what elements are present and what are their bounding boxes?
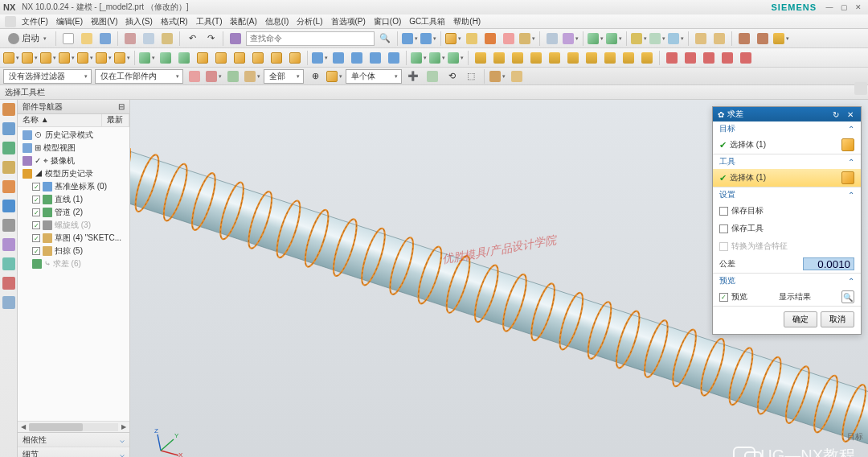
edges-icon[interactable]	[519, 31, 535, 47]
t2-12[interactable]	[213, 50, 229, 66]
layer-icon[interactable]	[563, 31, 579, 47]
nav-tab-history[interactable]	[2, 219, 15, 232]
t2-34[interactable]	[639, 50, 655, 66]
nav-tab-sys[interactable]	[2, 257, 15, 270]
hole-icon[interactable]	[631, 31, 647, 47]
t2-39[interactable]	[738, 50, 754, 66]
close-icon[interactable]: ✕	[852, 2, 865, 13]
extrude-icon[interactable]	[606, 31, 622, 47]
line-icon[interactable]	[693, 31, 709, 47]
t2-27[interactable]	[510, 50, 526, 66]
t2-29[interactable]	[547, 50, 563, 66]
tree-item[interactable]: ✓基准坐标系 (0)	[18, 180, 129, 193]
t2-13[interactable]	[231, 50, 248, 66]
checkbox[interactable]	[719, 207, 728, 216]
sel-ic-6[interactable]	[326, 68, 342, 84]
t2-38[interactable]	[719, 50, 735, 66]
start-button[interactable]: 启动	[3, 31, 51, 47]
t2-18[interactable]	[330, 50, 346, 66]
right-bar-icon[interactable]	[854, 82, 867, 95]
undo-icon[interactable]: ↶	[184, 31, 200, 47]
nav-tab-vis[interactable]	[2, 296, 15, 309]
tree-item[interactable]: ✓螺旋线 (3)	[18, 219, 129, 232]
nav-tab-assy[interactable]	[2, 122, 15, 135]
command-search[interactable]	[246, 31, 375, 46]
tolerance-input[interactable]	[803, 257, 854, 270]
view-style-1[interactable]	[402, 31, 418, 47]
tree-item[interactable]: ⏲ 历史记录模式	[18, 129, 129, 142]
block-icon[interactable]	[588, 31, 604, 47]
t2-28[interactable]	[528, 50, 544, 66]
section-target[interactable]: 目标⌃	[713, 121, 861, 136]
nav-tab-constraint[interactable]	[2, 142, 15, 154]
menu-info[interactable]: 信息(I)	[263, 16, 291, 27]
constrain-icon[interactable]	[755, 31, 771, 47]
sel-ic-2[interactable]	[206, 68, 222, 84]
pattern-icon[interactable]	[649, 31, 665, 47]
t2-3[interactable]	[40, 50, 56, 66]
nav-tree[interactable]: ⏲ 历史记录模式⊞ 模型视图✓ ⌖ 摄像机◢ 模型历史记录✓基准坐标系 (0)✓…	[18, 127, 129, 421]
save-icon[interactable]	[97, 31, 113, 47]
nav-foot-detail[interactable]: 细节⌵	[18, 447, 129, 457]
menu-format[interactable]: 格式(R)	[158, 16, 190, 27]
tool-body-row[interactable]: ✔ 选择体 (1)	[713, 169, 861, 187]
section-tool[interactable]: 工具⌃	[713, 154, 861, 169]
fit-icon[interactable]	[544, 31, 560, 47]
menu-edit[interactable]: 编辑(E)	[54, 16, 85, 27]
tree-checkbox[interactable]: ✓	[32, 196, 40, 204]
scroll-left-icon[interactable]: ◀	[18, 423, 29, 430]
scroll-right-icon[interactable]: ▶	[118, 423, 129, 430]
target-body-row[interactable]: ✔ 选择体 (1)	[713, 136, 861, 154]
touch-icon[interactable]	[227, 31, 244, 47]
t2-6[interactable]	[96, 50, 112, 66]
t2-36[interactable]	[682, 50, 698, 66]
tree-item[interactable]: ✓ ⌖ 摄像机	[18, 154, 129, 167]
nav-tab-html[interactable]	[2, 180, 15, 193]
view-style-2[interactable]	[420, 31, 436, 47]
menu-prefs[interactable]: 首选项(P)	[329, 16, 368, 27]
nav-tab-ie[interactable]	[2, 200, 15, 212]
maximize-icon[interactable]: ▢	[837, 2, 850, 13]
keep-tool-row[interactable]: 保存工具	[713, 220, 861, 237]
tree-checkbox[interactable]: ✓	[32, 234, 40, 242]
t2-15[interactable]	[268, 50, 285, 66]
nav-foot-dep[interactable]: 相依性⌵	[18, 433, 129, 447]
section-preview[interactable]: 预览⌃	[713, 274, 861, 288]
t2-25[interactable]	[473, 50, 489, 66]
keep-target-row[interactable]: 保存目标	[713, 202, 861, 220]
t2-24[interactable]	[448, 50, 464, 66]
tree-item[interactable]: ◢ 模型历史记录	[18, 167, 129, 180]
magnifier-icon[interactable]: 🔍	[841, 290, 854, 303]
sel-ic-5[interactable]: ⊕	[307, 68, 323, 84]
t2-14[interactable]	[250, 50, 266, 66]
menu-gctools[interactable]: GC工具箱	[407, 16, 448, 27]
menu-view[interactable]: 视图(V)	[88, 16, 120, 27]
t2-20[interactable]	[367, 50, 383, 66]
t2-9[interactable]	[158, 50, 174, 66]
menu-insert[interactable]: 插入(S)	[123, 16, 154, 27]
nav-tab-roles[interactable]	[2, 238, 15, 251]
checkbox[interactable]	[719, 224, 728, 233]
t2-23[interactable]	[429, 50, 445, 66]
sel-ic-10[interactable]: ⬚	[463, 68, 479, 84]
sel-ic-1[interactable]	[186, 68, 203, 84]
cube-icon[interactable]	[841, 138, 854, 151]
viewport-3d[interactable]: 优胜模具/产品设计学院 目标 UG—NX教程 X Z Y ✿ 求差 ↻ ✕ 目标…	[130, 100, 868, 457]
col-name[interactable]: 名称 ▲	[18, 114, 102, 126]
t2-26[interactable]	[491, 50, 507, 66]
t2-5[interactable]	[77, 50, 93, 66]
minimize-icon[interactable]: —	[823, 2, 836, 13]
sel-ic-7[interactable]: ➕	[405, 68, 421, 84]
open-icon[interactable]	[79, 31, 95, 47]
filter-scope-combo[interactable]: 仅在工作部件内	[95, 69, 183, 84]
tree-item[interactable]: ⤷ 求差 (6)	[18, 257, 129, 270]
search-go-icon[interactable]: 🔍	[377, 31, 393, 47]
section-settings[interactable]: 设置⌃	[713, 187, 861, 202]
menu-file[interactable]: 文件(F)	[19, 16, 51, 27]
t2-10[interactable]	[176, 50, 192, 66]
tree-item[interactable]: ✓直线 (1)	[18, 193, 129, 206]
t2-2[interactable]	[22, 50, 38, 66]
cube-icon[interactable]	[841, 171, 854, 184]
combine-icon[interactable]	[668, 31, 684, 47]
nav-hscroll[interactable]: ◀ ▶	[18, 421, 129, 432]
